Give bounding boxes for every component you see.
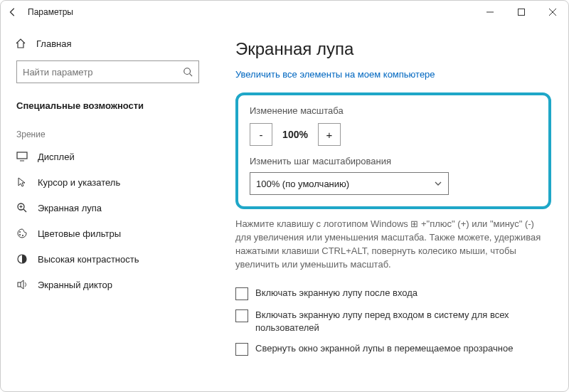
page-title: Экранная лупа [235, 39, 551, 59]
window-title: Параметры [28, 7, 73, 17]
sidebar-home-label: Главная [36, 38, 71, 49]
minimize-button[interactable] [474, 1, 506, 23]
checkbox-icon[interactable] [235, 287, 248, 300]
check-label: Включать экранную лупу перед входом в си… [255, 309, 551, 334]
monitor-icon [16, 151, 28, 162]
close-button[interactable] [537, 1, 568, 23]
svg-point-2 [184, 68, 191, 75]
chevron-down-icon [434, 179, 442, 188]
palette-icon [16, 228, 28, 239]
sidebar-item-magnifier[interactable]: Экранная лупа [1, 195, 213, 221]
check-label: Свернуть окно экранной лупы в перемещаем… [255, 342, 513, 355]
cursor-icon [16, 176, 28, 188]
checkbox-icon[interactable] [235, 309, 248, 322]
svg-point-11 [19, 234, 21, 235]
svg-point-12 [22, 235, 23, 236]
zoom-help-text: Нажмите клавишу с логотипом Windows ⊞ +"… [235, 218, 551, 271]
svg-point-10 [19, 231, 21, 233]
sidebar-item-label: Экранный диктор [38, 280, 112, 290]
svg-line-3 [190, 74, 193, 77]
sidebar-item-label: Дисплей [38, 152, 75, 162]
sidebar-item-narrator[interactable]: Экранный диктор [1, 272, 213, 297]
zoom-increase-button[interactable]: + [318, 123, 341, 146]
sidebar: Главная Специальные возможности Зрение Д… [1, 23, 214, 391]
zoom-step-value: 100% (по умолчанию) [256, 179, 349, 189]
check-after-signin[interactable]: Включать экранную лупу после входа [235, 287, 551, 300]
contrast-icon [16, 253, 28, 265]
settings-window: Параметры Главная [0, 0, 569, 392]
check-before-signin[interactable]: Включать экранную лупу перед входом в си… [235, 309, 551, 334]
sidebar-group-label: Зрение [1, 117, 213, 144]
home-icon [15, 38, 26, 49]
svg-rect-14 [18, 282, 21, 287]
sidebar-item-label: Экранная лупа [38, 203, 102, 213]
check-collapse-window[interactable]: Свернуть окно экранной лупы в перемещаем… [235, 342, 551, 356]
sidebar-item-cursor[interactable]: Курсор и указатель [1, 169, 213, 195]
zoom-step-dropdown[interactable]: 100% (по умолчанию) [250, 172, 449, 195]
zoom-highlight-box: Изменение масштаба - 100% + Изменить шаг… [235, 92, 551, 209]
sidebar-home[interactable]: Главная [1, 32, 213, 55]
sidebar-section-label: Специальные возможности [1, 93, 213, 117]
magnifier-icon [16, 202, 28, 213]
zoom-stepper: - 100% + [250, 123, 537, 146]
zoom-decrease-button[interactable]: - [250, 123, 272, 146]
sidebar-item-label: Курсор и указатель [38, 177, 120, 188]
svg-rect-4 [17, 152, 27, 159]
sidebar-item-label: Цветовые фильтры [38, 228, 121, 239]
svg-line-7 [23, 209, 26, 212]
checkbox-icon[interactable] [235, 343, 248, 356]
sidebar-item-display[interactable]: Дисплей [1, 144, 213, 169]
sidebar-item-color-filters[interactable]: Цветовые фильтры [1, 221, 213, 246]
search-field[interactable] [23, 67, 183, 78]
sidebar-item-label: Высокая контрастность [38, 254, 139, 265]
content-pane: Экранная лупа Увеличить все элементы на … [214, 23, 568, 391]
titlebar: Параметры [1, 1, 568, 23]
check-label: Включать экранную лупу после входа [255, 287, 418, 300]
zoom-everything-link[interactable]: Увеличить все элементы на моем компьютер… [235, 69, 551, 80]
zoom-section-label: Изменение масштаба [250, 105, 537, 116]
maximize-button[interactable] [506, 1, 537, 23]
sidebar-item-high-contrast[interactable]: Высокая контрастность [1, 246, 213, 272]
svg-rect-1 [519, 9, 525, 16]
search-input[interactable] [16, 60, 199, 83]
zoom-value: 100% [272, 129, 318, 140]
search-icon [183, 67, 193, 77]
narrator-icon [16, 279, 28, 290]
back-button[interactable] [8, 7, 28, 17]
zoom-step-label: Изменить шаг масштабирования [250, 156, 537, 166]
